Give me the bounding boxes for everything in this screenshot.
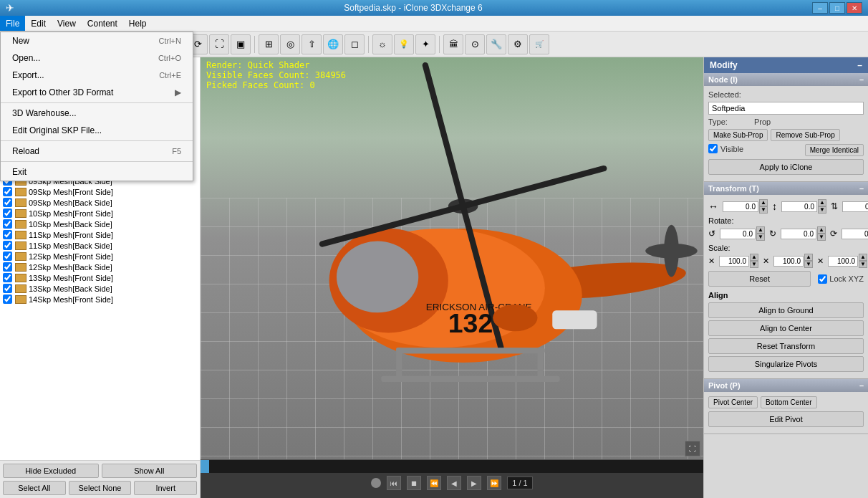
frame-button[interactable]: ▣ xyxy=(231,34,251,54)
pivot-collapse-icon[interactable]: – xyxy=(859,381,864,390)
remove-sub-prop-button[interactable]: Remove Sub-Prop xyxy=(771,129,839,141)
bottom-center-button[interactable]: Bottom Center xyxy=(761,396,816,408)
menu-reload[interactable]: Reload F5 xyxy=(1,143,193,160)
close-button[interactable]: ✕ xyxy=(847,2,862,14)
scale-x-input[interactable] xyxy=(719,256,749,267)
invert-button[interactable]: Invert xyxy=(134,481,197,495)
list-item[interactable]: 09Skp Mesh[Back Side] xyxy=(0,197,200,208)
apply-to-iclone-button[interactable]: Apply to iClone xyxy=(708,159,864,175)
menu-content[interactable]: Content xyxy=(82,16,123,31)
move-y-up[interactable]: ▲ xyxy=(818,199,826,206)
lock-xyz-checkbox[interactable] xyxy=(818,274,827,284)
bulb-button[interactable]: 💡 xyxy=(394,34,414,54)
panel-collapse-icon[interactable]: – xyxy=(857,60,862,70)
move-x-down[interactable]: ▼ xyxy=(759,206,768,214)
star-button[interactable]: ✦ xyxy=(415,34,435,54)
mesh-checkbox[interactable] xyxy=(3,273,12,282)
scale-x-up[interactable]: ▲ xyxy=(750,254,758,261)
show-all-button[interactable]: Show All xyxy=(102,464,198,478)
tool-button[interactable]: 🔧 xyxy=(486,34,506,54)
menu-3d-warehouse[interactable]: 3D Warehouse... xyxy=(1,105,193,122)
rotate-x-input[interactable] xyxy=(720,229,756,239)
scale-x-down[interactable]: ▼ xyxy=(750,261,758,268)
buildings-button[interactable]: 🏛 xyxy=(443,34,463,54)
mesh-checkbox[interactable] xyxy=(3,241,12,250)
target-button[interactable]: ◎ xyxy=(280,34,300,54)
visible-checkbox[interactable] xyxy=(708,144,718,153)
list-item[interactable]: 12Skp Mesh[Back Side] xyxy=(0,262,200,272)
rotate-y-down[interactable]: ▼ xyxy=(817,234,826,241)
mesh-checkbox[interactable] xyxy=(3,209,12,218)
mesh-checkbox[interactable] xyxy=(3,198,12,207)
list-item[interactable]: 13Skp Mesh[Back Side] xyxy=(0,283,200,294)
list-item[interactable]: 12Skp Mesh[Front Side] xyxy=(0,251,200,262)
menu-file[interactable]: File xyxy=(0,16,25,31)
timeline-go-start[interactable]: ⏮ xyxy=(387,476,401,490)
menu-edit-skp[interactable]: Edit Original SKP File... xyxy=(1,122,193,139)
globe2-button[interactable]: ⊙ xyxy=(465,34,485,54)
rotate-y-input[interactable] xyxy=(781,229,816,239)
mesh-checkbox[interactable] xyxy=(3,252,12,261)
maximize-button[interactable]: □ xyxy=(829,2,845,14)
globe-button[interactable]: 🌐 xyxy=(323,34,343,54)
menu-export[interactable]: Export... Ctrl+E xyxy=(1,67,193,84)
scale-z-input[interactable] xyxy=(828,256,858,267)
mesh-checkbox[interactable] xyxy=(3,219,12,229)
scale-y-down[interactable]: ▼ xyxy=(804,261,813,268)
list-item[interactable]: 10Skp Mesh[Front Side] xyxy=(0,208,200,219)
cart-button[interactable]: 🛒 xyxy=(529,34,549,54)
list-item[interactable]: 11Skp Mesh[Front Side] xyxy=(0,229,200,240)
pivot-center-button[interactable]: Pivot Center xyxy=(708,396,758,408)
menu-view[interactable]: View xyxy=(52,16,82,31)
list-item[interactable]: 14Skp Mesh[Front Side] xyxy=(0,294,200,305)
align-to-center-button[interactable]: Align to Center xyxy=(708,320,864,336)
mesh-checkbox[interactable] xyxy=(3,295,12,304)
list-item[interactable]: 10Skp Mesh[Back Side] xyxy=(0,219,200,229)
timeline-track[interactable] xyxy=(201,460,703,473)
menu-help[interactable]: Help xyxy=(123,16,153,31)
rotate-y-up[interactable]: ▲ xyxy=(817,226,826,234)
timeline-step-forward[interactable]: ▶ xyxy=(467,476,481,490)
menu-export-other[interactable]: Export to Other 3D Format ▶ xyxy=(1,84,193,101)
minimize-button[interactable]: – xyxy=(812,2,828,14)
rotate-x-up[interactable]: ▲ xyxy=(756,226,765,234)
scale-y-input[interactable] xyxy=(773,256,804,267)
move-y-input[interactable] xyxy=(781,201,817,212)
menu-open[interactable]: Open... Ctrl+O xyxy=(1,49,193,67)
sun-button[interactable]: ☼ xyxy=(372,34,392,54)
fullscreen-button[interactable]: ⛶ xyxy=(209,34,229,54)
timeline-prev-frame[interactable]: ⏪ xyxy=(427,476,441,490)
scale-z-down[interactable]: ▼ xyxy=(859,261,867,268)
node-collapse-icon[interactable]: – xyxy=(859,75,864,84)
grid-button[interactable]: ⊞ xyxy=(259,34,279,54)
list-item[interactable]: 11Skp Mesh[Back Side] xyxy=(0,240,200,251)
make-sub-prop-button[interactable]: Make Sub-Prop xyxy=(708,129,768,141)
mesh-checkbox[interactable] xyxy=(3,187,12,196)
edit-pivot-button[interactable]: Edit Pivot xyxy=(708,411,864,427)
scale-z-up[interactable]: ▲ xyxy=(859,254,867,261)
capture-button[interactable]: ⛶ xyxy=(685,441,700,456)
menu-exit[interactable]: Exit xyxy=(1,163,193,181)
viewport[interactable]: 132 ERICKSON AIR-CRANE Render: Quick Sha… xyxy=(201,57,703,498)
merge-identical-button[interactable]: Merge Identical xyxy=(805,144,864,156)
list-item[interactable]: 13Skp Mesh[Front Side] xyxy=(0,272,200,283)
hide-excluded-button[interactable]: Hide Excluded xyxy=(3,464,99,478)
rotate-z-input[interactable] xyxy=(842,229,868,239)
scale-y-up[interactable]: ▲ xyxy=(804,254,813,261)
rotate-x-down[interactable]: ▼ xyxy=(756,234,765,241)
menu-edit[interactable]: Edit xyxy=(25,16,52,31)
align-to-ground-button[interactable]: Align to Ground xyxy=(708,302,864,318)
select-none-button[interactable]: Select None xyxy=(69,481,132,495)
reset-transform-small-button[interactable]: Reset xyxy=(708,271,811,287)
mesh-checkbox[interactable] xyxy=(3,284,12,293)
move-x-up[interactable]: ▲ xyxy=(759,199,768,206)
square-button[interactable]: ◻ xyxy=(344,34,365,54)
list-item[interactable]: 09Skp Mesh[Front Side] xyxy=(0,186,200,197)
selected-value-input[interactable] xyxy=(708,102,864,115)
move-y-down[interactable]: ▼ xyxy=(818,206,826,214)
singularize-pivots-button[interactable]: Singularize Pivots xyxy=(708,356,864,372)
reset-transform-button[interactable]: Reset Transform xyxy=(708,338,864,354)
move-x-input[interactable] xyxy=(723,201,758,212)
record-button[interactable] xyxy=(371,478,381,488)
timeline-stop[interactable]: ⏹ xyxy=(407,476,421,490)
